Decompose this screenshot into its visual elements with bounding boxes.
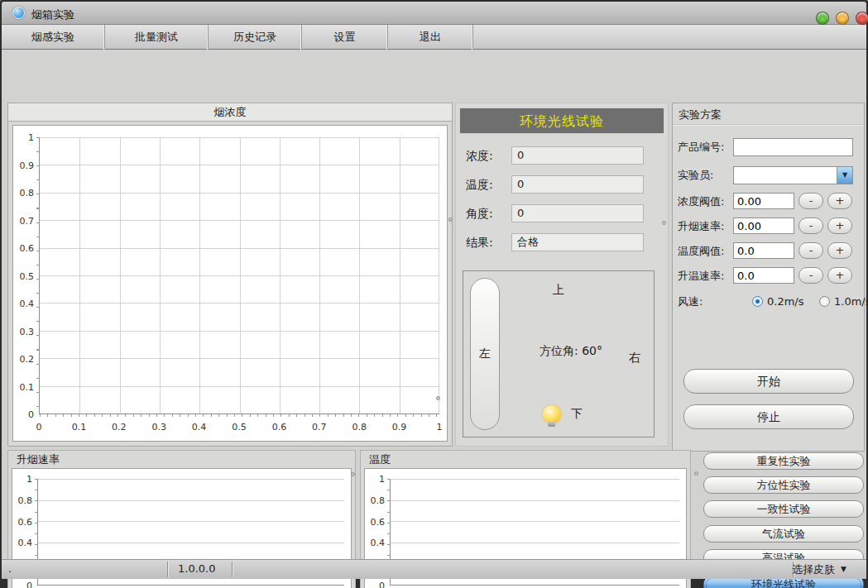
- temperature-rise-rate-minus-button[interactable]: -: [798, 267, 823, 284]
- status-message: .: [8, 562, 12, 575]
- temperature-rise-rate-label: 升温速率:: [678, 267, 724, 285]
- temperature-threshold-minus-button[interactable]: -: [798, 242, 823, 259]
- status-divider: [232, 562, 233, 577]
- wind-speed-radio-10-label: 1.0m/s: [834, 295, 868, 308]
- smoke-rise-rate-minus-button[interactable]: -: [798, 218, 823, 234]
- rise-chart-title: 升烟速率: [8, 451, 355, 469]
- status-divider: [167, 562, 168, 577]
- consistency-test-button[interactable]: 一致性试验: [703, 500, 864, 518]
- direction-up-label: 上: [463, 283, 654, 298]
- direction-box: 左 上 方位角: 60° 右 下: [463, 270, 655, 437]
- wind-speed-label: 风速:: [678, 293, 703, 311]
- app-icon: [12, 7, 25, 19]
- temperature-rise-rate-input[interactable]: [733, 267, 794, 284]
- direction-down-label: 下: [571, 407, 583, 422]
- concentration-threshold-plus-button[interactable]: +: [827, 193, 852, 209]
- direction-right-label: 右: [629, 351, 640, 366]
- product-number-label: 产品编号:: [678, 138, 724, 156]
- splitter-handle[interactable]: [662, 221, 666, 225]
- lightbulb-icon: [543, 405, 561, 423]
- main-area: 烟浓度 10.90.80.70.60.50.40.30.20.10 00.10.…: [2, 50, 866, 559]
- version-label: 1.0.0.0: [178, 562, 215, 575]
- menu-item-smoke-test[interactable]: 烟感实验: [2, 25, 105, 50]
- operator-select[interactable]: ▼: [733, 166, 853, 184]
- concentration-threshold-label: 浓度阀值:: [678, 193, 724, 211]
- menu-item-settings[interactable]: 设置: [302, 25, 388, 50]
- active-test-title: 环境光线试验: [459, 108, 664, 134]
- product-number-input[interactable]: [733, 138, 853, 156]
- temperature-threshold-plus-button[interactable]: +: [827, 242, 852, 259]
- start-button[interactable]: 开始: [683, 369, 854, 394]
- temperature-readout-value: 0: [511, 175, 644, 194]
- scheme-title: 实验方案: [679, 108, 722, 122]
- maximize-button[interactable]: [836, 12, 849, 25]
- smoke-chart-y-axis: 10.90.80.70.60.50.40.30.20.10: [13, 137, 36, 414]
- menu-item-batch-test[interactable]: 批量测试: [105, 25, 209, 50]
- chevron-down-icon[interactable]: ▼: [837, 167, 852, 184]
- splitter-handle[interactable]: [436, 396, 440, 400]
- wind-speed-radio-02-label: 0.2m/s: [767, 295, 804, 308]
- wind-speed-radio-02[interactable]: [752, 296, 763, 307]
- concentration-threshold-input[interactable]: [733, 193, 794, 209]
- temperature-readout-label: 温度:: [466, 175, 493, 194]
- skin-selector-arrow-icon[interactable]: ▼: [841, 565, 846, 573]
- splitter-handle[interactable]: [694, 471, 698, 476]
- smoke-concentration-chart-panel: 烟浓度 10.90.80.70.60.50.40.30.20.10 00.10.…: [7, 103, 453, 447]
- temperature-threshold-input[interactable]: [733, 242, 794, 259]
- result-readout-label: 结果:: [466, 233, 493, 251]
- skin-selector-button[interactable]: 选择皮肤: [792, 562, 835, 577]
- menu-item-history[interactable]: 历史记录: [209, 25, 302, 50]
- close-button[interactable]: [856, 12, 868, 25]
- operator-label: 实验员:: [678, 166, 713, 184]
- menu-bar: 烟感实验 批量测试 历史记录 设置 退出: [2, 25, 866, 50]
- experiment-scheme-panel: 实验方案 产品编号: 实验员: ▼ 浓度阀值: - + 升烟速率: - + 温度…: [672, 103, 865, 452]
- smoke-rise-rate-input[interactable]: [733, 218, 794, 234]
- result-readout-value: 合格: [511, 233, 644, 251]
- concentration-readout-label: 浓度:: [466, 146, 493, 165]
- minimize-button[interactable]: [816, 12, 829, 25]
- smoke-rise-rate-label: 升烟速率:: [678, 218, 724, 236]
- window-title: 烟箱实验: [31, 7, 74, 22]
- status-bar: . 1.0.0.0 选择皮肤 ▼: [2, 559, 866, 579]
- splitter-handle[interactable]: [351, 472, 355, 476]
- temperature-rise-rate-plus-button[interactable]: +: [827, 267, 852, 284]
- smoke-chart-canvas: 10.90.80.70.60.50.40.30.20.10 00.10.20.3…: [12, 125, 448, 442]
- repeatability-test-button[interactable]: 重复性实验: [703, 452, 864, 470]
- smoke-chart-plot: [39, 137, 439, 414]
- title-bar: 烟箱实验: [2, 2, 866, 25]
- smoke-chart-title: 烟浓度: [8, 103, 452, 122]
- temperature-threshold-label: 温度阀值:: [678, 242, 724, 261]
- wind-speed-radio-10[interactable]: [819, 296, 830, 307]
- splitter-handle[interactable]: [448, 218, 453, 222]
- app-window: 烟箱实验 烟感实验 批量测试 历史记录 设置 退出 烟浓度 10.90.80.7…: [0, 0, 868, 588]
- concentration-threshold-minus-button[interactable]: -: [798, 193, 823, 209]
- smoke-chart-x-axis: 00.10.20.30.40.50.60.70.80.91: [39, 422, 439, 433]
- stop-button[interactable]: 停止: [683, 404, 854, 429]
- orientation-test-button[interactable]: 方位性实验: [703, 476, 864, 494]
- angle-readout-label: 角度:: [466, 204, 493, 222]
- smoke-rise-rate-plus-button[interactable]: +: [827, 218, 852, 234]
- scheme-divider: [673, 124, 864, 125]
- airflow-test-button[interactable]: 气流试验: [703, 525, 864, 543]
- test-status-panel: 环境光线试验 浓度: 0 温度: 0 角度: 0 结果: 合格 左 上 方位角:…: [455, 103, 669, 447]
- menu-item-exit[interactable]: 退出: [388, 25, 473, 50]
- temp-chart-title: 温度: [361, 451, 690, 469]
- angle-readout-value: 0: [511, 204, 644, 222]
- concentration-readout-value: 0: [511, 146, 644, 165]
